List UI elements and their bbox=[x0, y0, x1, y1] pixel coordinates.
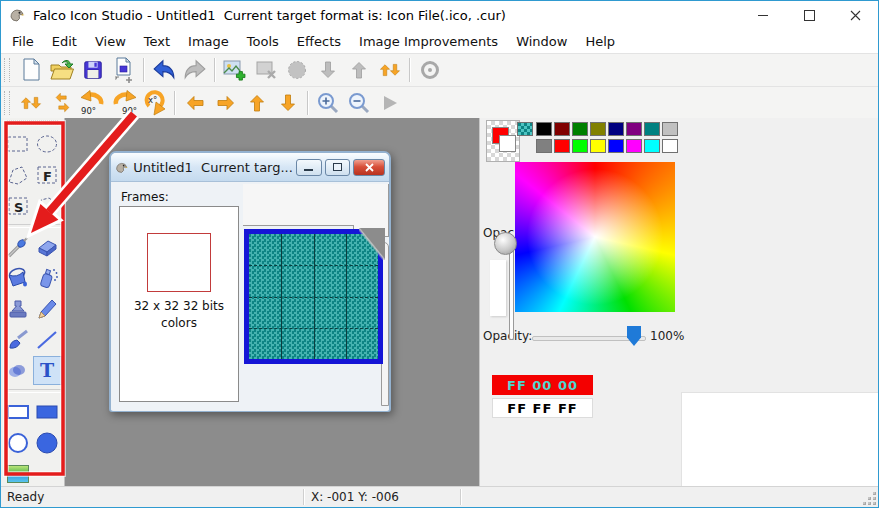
tool-smudge[interactable] bbox=[4, 356, 33, 385]
palette-swatch[interactable] bbox=[662, 139, 678, 153]
save-as-button[interactable] bbox=[108, 56, 139, 84]
luminance-slider-knob[interactable] bbox=[494, 232, 517, 255]
tool-select-lasso[interactable] bbox=[4, 160, 33, 189]
toolbar-grip[interactable] bbox=[4, 91, 10, 115]
maximize-button[interactable] bbox=[786, 1, 832, 29]
document-restore-button[interactable] bbox=[325, 159, 351, 176]
tool-rectangle-filled[interactable] bbox=[33, 397, 62, 426]
center-button-disabled[interactable] bbox=[414, 56, 445, 84]
tool-spray[interactable] bbox=[33, 263, 62, 292]
play-button-disabled[interactable] bbox=[374, 89, 405, 117]
tool-ellipse-filled[interactable] bbox=[33, 428, 62, 457]
menu-view[interactable]: View bbox=[86, 31, 135, 52]
tool-gradient[interactable] bbox=[4, 459, 33, 488]
sort-frames-button[interactable] bbox=[374, 56, 405, 84]
palette-swatch[interactable] bbox=[536, 139, 552, 153]
palette-swatch[interactable] bbox=[608, 122, 624, 136]
tool-ellipse-outline[interactable] bbox=[4, 428, 33, 457]
shift-up-button[interactable] bbox=[241, 89, 272, 117]
resize-grip[interactable] bbox=[863, 492, 876, 505]
menu-effects[interactable]: Effects bbox=[288, 31, 350, 52]
open-button[interactable] bbox=[46, 56, 77, 84]
zoom-out-button[interactable] bbox=[343, 89, 374, 117]
tool-select-similar[interactable]: S bbox=[4, 191, 33, 220]
shift-right-button[interactable] bbox=[210, 89, 241, 117]
background-hex-value[interactable]: FF FF FF bbox=[492, 398, 593, 418]
add-frame-button[interactable] bbox=[219, 56, 250, 84]
palette-swatch[interactable] bbox=[590, 122, 606, 136]
palette-swatch[interactable] bbox=[662, 122, 678, 136]
close-button[interactable] bbox=[832, 1, 878, 29]
tool-line[interactable] bbox=[33, 325, 62, 354]
menu-window[interactable]: Window bbox=[507, 31, 576, 52]
transparent-swatch[interactable] bbox=[517, 122, 533, 136]
rotate-custom-button[interactable]: x° bbox=[139, 89, 170, 117]
menu-image[interactable]: Image bbox=[179, 31, 238, 52]
palette-swatch[interactable] bbox=[536, 122, 552, 136]
tool-color-picker[interactable] bbox=[4, 232, 33, 261]
flip-horizontal-button[interactable] bbox=[46, 89, 77, 117]
rotate-90-ccw-button[interactable]: 90° bbox=[77, 89, 108, 117]
menu-file[interactable]: File bbox=[3, 31, 43, 52]
hue-saturation-picker[interactable] bbox=[515, 162, 675, 312]
minimize-button[interactable] bbox=[740, 1, 786, 29]
document-close-button[interactable] bbox=[353, 159, 385, 176]
undo-button[interactable] bbox=[148, 56, 179, 84]
flip-vertical-button[interactable] bbox=[15, 89, 46, 117]
palette-swatch[interactable] bbox=[608, 139, 624, 153]
new-button[interactable] bbox=[15, 56, 46, 84]
document-titlebar[interactable]: Untitled1 Current targ... bbox=[111, 153, 389, 182]
stamp-icon bbox=[6, 298, 30, 320]
shift-left-button[interactable] bbox=[179, 89, 210, 117]
tool-eraser[interactable] bbox=[33, 232, 62, 261]
opacity-slider-thumb[interactable] bbox=[627, 326, 641, 346]
palette-swatch[interactable] bbox=[626, 122, 642, 136]
palette-swatch[interactable] bbox=[644, 122, 660, 136]
menu-help[interactable]: Help bbox=[576, 31, 624, 52]
tool-select-text[interactable]: F bbox=[33, 160, 62, 189]
tool-fill-bucket[interactable] bbox=[4, 263, 33, 292]
palette-swatch[interactable] bbox=[644, 139, 660, 153]
delete-frame-button-disabled[interactable] bbox=[250, 56, 281, 84]
foreground-hex-value[interactable]: FF 00 00 bbox=[492, 375, 593, 395]
move-down-button-disabled[interactable] bbox=[312, 56, 343, 84]
select-rectangle-icon bbox=[6, 134, 30, 154]
palette-swatch[interactable] bbox=[572, 139, 588, 153]
menu-text[interactable]: Text bbox=[135, 31, 179, 52]
tool-brush[interactable] bbox=[4, 325, 33, 354]
palette-grip[interactable] bbox=[7, 120, 58, 125]
palette-swatch[interactable] bbox=[590, 139, 606, 153]
opacity-label: Opacity: bbox=[483, 329, 532, 343]
tool-pencil[interactable] bbox=[33, 294, 62, 323]
document-minimize-button[interactable] bbox=[296, 159, 322, 176]
luminance-slider-track[interactable] bbox=[509, 240, 514, 340]
tool-rectangle-outline[interactable] bbox=[4, 397, 33, 426]
rotate-90-cw-button[interactable]: 90° bbox=[108, 89, 139, 117]
tool-text[interactable]: T bbox=[33, 356, 62, 385]
redo-button-disabled[interactable] bbox=[179, 56, 210, 84]
tool-select-polygon[interactable] bbox=[33, 191, 62, 220]
zoom-out-icon bbox=[347, 91, 371, 115]
save-button[interactable] bbox=[77, 56, 108, 84]
move-up-button-disabled[interactable] bbox=[343, 56, 374, 84]
menu-tools[interactable]: Tools bbox=[238, 31, 288, 52]
palette-swatch[interactable] bbox=[554, 139, 570, 153]
tool-select-rectangle[interactable] bbox=[4, 129, 33, 158]
palette-swatch[interactable] bbox=[572, 122, 588, 136]
zoom-in-button[interactable] bbox=[312, 89, 343, 117]
toolbar-grip[interactable] bbox=[4, 58, 10, 82]
smudge-icon bbox=[6, 361, 30, 381]
menu-image-improvements[interactable]: Image Improvements bbox=[350, 31, 507, 52]
brush-icon bbox=[6, 328, 30, 352]
palette-swatch[interactable] bbox=[554, 122, 570, 136]
document-window[interactable]: Untitled1 Current targ... Frames: 32 x 3… bbox=[109, 151, 391, 412]
frames-list[interactable]: 32 x 32 32 bits colors bbox=[119, 206, 239, 402]
palette-swatch[interactable] bbox=[626, 139, 642, 153]
menu-edit[interactable]: Edit bbox=[43, 31, 86, 52]
shift-down-button[interactable] bbox=[272, 89, 303, 117]
frame-thumbnail[interactable] bbox=[147, 233, 211, 292]
tool-select-ellipse[interactable] bbox=[33, 129, 62, 158]
disc-button-disabled[interactable] bbox=[281, 56, 312, 84]
tool-stamp[interactable] bbox=[4, 294, 33, 323]
foreground-background-indicator[interactable] bbox=[486, 120, 520, 162]
